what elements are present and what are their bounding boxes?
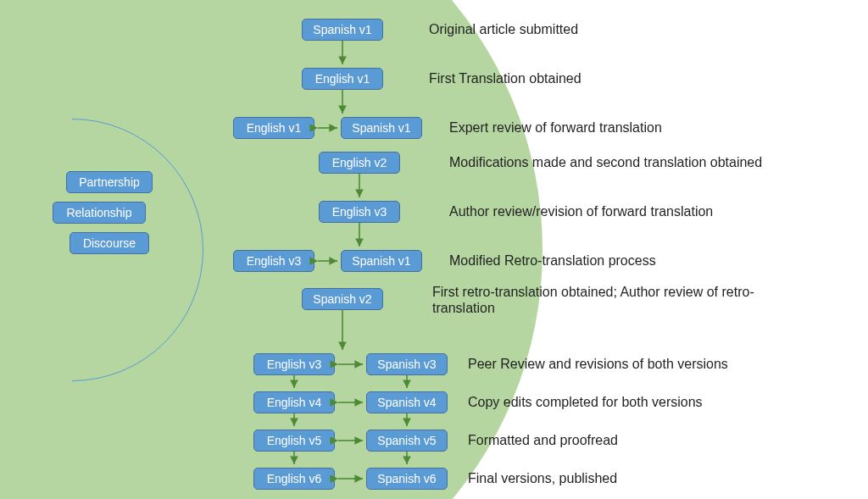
node-spanish-v4-r9: Spanish v4 — [366, 391, 448, 413]
node-spanish-v2-r7: Spanish v2 — [302, 288, 383, 310]
node-english-v1-r3: English v1 — [233, 117, 314, 139]
node-spanish-v3-r8: Spanish v3 — [366, 353, 448, 375]
node-english-v3-r5: English v3 — [319, 201, 400, 223]
step-label-4: Modifications made and second translatio… — [449, 154, 762, 170]
node-english-v3-r8: English v3 — [253, 353, 335, 375]
node-english-v4-r9: English v4 — [253, 391, 335, 413]
node-spanish-v1-r6: Spanish v1 — [341, 250, 422, 272]
concept-partnership: Partnership — [66, 171, 153, 193]
step-label-11: Final versions, published — [468, 470, 617, 486]
step-label-3: Expert review of forward translation — [449, 119, 662, 136]
node-spanish-v6-r11: Spanish v6 — [366, 468, 448, 490]
step-label-1: Original article submitted — [429, 21, 578, 37]
step-label-9: Copy edits completed for both versions — [468, 394, 703, 410]
concept-discourse: Discourse — [70, 232, 149, 254]
step-label-6: Modified Retro-translation process — [449, 252, 656, 269]
step-label-10: Formatted and proofread — [468, 432, 618, 448]
concept-relationship: Relationship — [53, 202, 146, 224]
node-english-v6-r11: English v6 — [253, 468, 335, 490]
node-spanish-v1-r3: Spanish v1 — [341, 117, 422, 139]
step-label-7: First retro-translation obtained; Author… — [432, 284, 797, 316]
step-label-2: First Translation obtained — [429, 70, 581, 86]
node-english-v2-r4: English v2 — [319, 152, 400, 174]
node-spanish-v5-r10: Spanish v5 — [366, 430, 448, 452]
step-label-8: Peer Review and revisions of both versio… — [468, 356, 728, 372]
node-english-v1-r2: English v1 — [302, 68, 383, 90]
node-english-v3-r6: English v3 — [233, 250, 314, 272]
node-english-v5-r10: English v5 — [253, 430, 335, 452]
step-label-5: Author review/revision of forward transl… — [449, 203, 713, 219]
node-spanish-v1-r1: Spanish v1 — [302, 19, 383, 41]
